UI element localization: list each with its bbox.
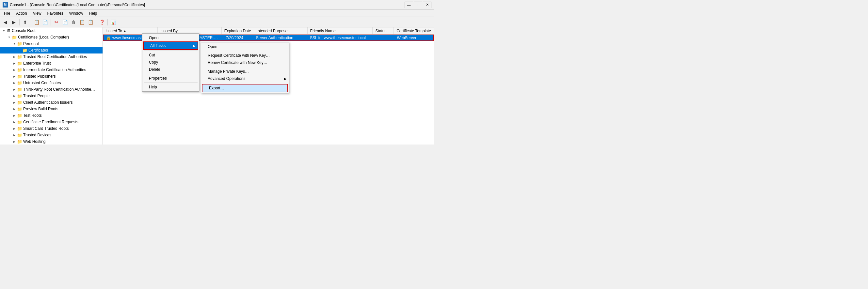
ctx-all-tasks[interactable]: All Tasks ▶ Open Request Certificate wit… (143, 41, 198, 50)
expand-icon: ▶ (12, 108, 17, 111)
sub-open[interactable]: Open (201, 43, 289, 50)
sub-advanced-ops[interactable]: Advanced Operations ▶ (201, 75, 289, 82)
cell-template: WebServer (394, 36, 433, 40)
tree-item-trusted-root[interactable]: ▶ 📁 Trusted Root Certification Authoriti… (0, 53, 102, 60)
menu-view[interactable]: View (30, 10, 44, 16)
back-button[interactable]: ◀ (1, 18, 9, 26)
properties-button[interactable]: 📄 (41, 18, 49, 26)
sub-renew-new-key-label: Renew Certificate with New Key… (208, 60, 268, 65)
col-header-friendly[interactable]: Friendly Name (308, 27, 373, 34)
maximize-button[interactable]: □ (414, 2, 422, 8)
expand-icon: ▼ (12, 42, 17, 45)
col-header-purposes[interactable]: Intended Purposes (254, 27, 308, 34)
context-menu: Open All Tasks ▶ Open Request Certificat… (142, 33, 199, 92)
ctx-cut[interactable]: Cut (143, 51, 199, 59)
tree-item-test-roots[interactable]: ▶ 📁 Test Roots (0, 112, 102, 119)
col-header-status[interactable]: Status (373, 27, 394, 34)
tree-item-certificates-local[interactable]: ▼ 📁 Certificates (Local Computer) (0, 34, 102, 40)
sort-icon: ▲ (123, 29, 126, 32)
folder-icon: 📁 (17, 133, 22, 138)
col-label-template: Certificate Template (397, 29, 431, 33)
tree-item-certificates[interactable]: 📁 Certificates (0, 47, 102, 53)
title-bar: M Console1 - [Console Root\Certificates … (0, 0, 434, 10)
col-header-template[interactable]: Certificate Template (394, 27, 434, 34)
tree-label-web-hosting: Web Hosting (23, 139, 45, 144)
folder-icon: 📁 (17, 126, 22, 131)
folder-icon: 📁 (17, 80, 22, 85)
ctx-open-label: Open (149, 36, 158, 40)
folder-icon: 📁 (17, 120, 22, 124)
ctx-copy[interactable]: Copy (143, 59, 199, 66)
paste-button[interactable]: 🗑 (69, 18, 78, 26)
expand-icon: ▶ (12, 88, 17, 91)
tree-label-personal: Personal (23, 41, 38, 46)
tree-item-enterprise-trust[interactable]: ▶ 📁 Enterprise Trust (0, 60, 102, 67)
tree-label-third-party-root: Third-Party Root Certification Authoriti… (23, 87, 95, 92)
console-icon: 🖥 (6, 28, 11, 33)
expand-icon: ▶ (12, 62, 17, 65)
menu-help[interactable]: Help (87, 10, 100, 16)
tree-item-console-root[interactable]: ▼ 🖥 Console Root (0, 27, 102, 34)
tree-label-trusted-root: Trusted Root Certification Authorities (23, 55, 87, 59)
expand-icon: ▶ (12, 101, 17, 104)
menu-file[interactable]: File (1, 10, 13, 16)
folder-icon: 📁 (17, 139, 22, 144)
tree-item-preview-build[interactable]: ▶ 📁 Preview Build Roots (0, 106, 102, 112)
folder-icon: 📁 (17, 100, 22, 105)
tree-item-smart-card[interactable]: ▶ 📁 Smart Card Trusted Roots (0, 125, 102, 132)
show-hide-button[interactable]: 📋 (33, 18, 40, 26)
ctx-help[interactable]: Help (143, 83, 199, 91)
ctx-sep-1 (144, 50, 197, 51)
ctx-properties-label: Properties (149, 76, 167, 80)
close-button[interactable]: ✕ (423, 2, 431, 8)
sub-manage-private-keys-label: Manage Private Keys… (208, 69, 249, 74)
tree-item-personal[interactable]: ▼ 📁 Personal (0, 40, 102, 47)
tree-item-client-auth[interactable]: ▶ 📁 Client Authentication Issuers (0, 99, 102, 106)
menu-window[interactable]: Window (67, 10, 86, 16)
sub-request-new-key[interactable]: Request Certificate with New Key… (201, 52, 289, 59)
tree-item-trusted-people[interactable]: ▶ 📁 Trusted People (0, 93, 102, 99)
sub-renew-new-key[interactable]: Renew Certificate with New Key… (201, 59, 289, 66)
col-label-issued-to: Issued To (105, 29, 122, 33)
folder-icon: 📁 (12, 35, 17, 40)
tree-label-enterprise-trust: Enterprise Trust (23, 61, 51, 66)
ctx-help-label: Help (149, 85, 157, 89)
cell-friendly: SSL for www.thesecmaster.local (307, 36, 373, 40)
sub-sep-1 (203, 51, 287, 51)
expand-icon: ▶ (12, 114, 17, 117)
tree-item-untrusted[interactable]: ▶ 📁 Untrusted Certificates (0, 80, 102, 86)
submenu: Open Request Certificate with New Key… R… (201, 42, 289, 93)
tree-item-trusted-publishers[interactable]: ▶ 📁 Trusted Publishers (0, 73, 102, 80)
ctx-sep-3 (144, 82, 197, 83)
delete-button[interactable]: 📋 (78, 18, 86, 26)
tree-item-third-party-root[interactable]: ▶ 📁 Third-Party Root Certification Autho… (0, 86, 102, 93)
col-header-expiry[interactable]: Expiration Date (222, 27, 254, 34)
tree-item-web-hosting[interactable]: ▶ 📁 Web Hosting (0, 138, 102, 145)
tree-item-trusted-devices[interactable]: ▶ 📁 Trusted Devices (0, 132, 102, 138)
ctx-delete-label: Delete (149, 67, 160, 72)
tree-item-intermediate[interactable]: ▶ 📁 Intermediate Certification Authoriti… (0, 67, 102, 73)
menu-action[interactable]: Action (13, 10, 29, 16)
sub-request-new-key-label: Request Certificate with New Key… (208, 53, 270, 58)
sub-export[interactable]: Export… (202, 84, 288, 92)
expand-icon: ▶ (12, 121, 17, 123)
tree-label-trusted-publishers: Trusted Publishers (23, 74, 56, 79)
tree-item-cert-enrollment[interactable]: ▶ 📁 Certificate Enrollment Requests (0, 119, 102, 125)
toolbar-sep-3 (51, 19, 51, 26)
folder-icon: 📁 (17, 74, 22, 79)
ctx-properties[interactable]: Properties (143, 75, 199, 82)
cut-button[interactable]: ✂ (53, 18, 60, 26)
menu-favorites[interactable]: Favorites (45, 10, 66, 16)
export-button[interactable]: 📋 (87, 18, 94, 26)
copy-button[interactable]: 📄 (61, 18, 69, 26)
help-button[interactable]: ❓ (98, 18, 106, 26)
forward-button[interactable]: ▶ (10, 18, 18, 26)
minimize-button[interactable]: — (405, 2, 413, 8)
ctx-delete[interactable]: Delete (143, 66, 199, 73)
title-bar-controls: — □ ✕ (405, 2, 431, 8)
up-button[interactable]: ⬆ (21, 18, 29, 26)
tree-label-certificates: Certificates (28, 48, 48, 52)
view-button[interactable]: 📊 (110, 18, 117, 26)
sub-manage-private-keys[interactable]: Manage Private Keys… (201, 68, 289, 75)
ctx-open[interactable]: Open (143, 34, 199, 41)
